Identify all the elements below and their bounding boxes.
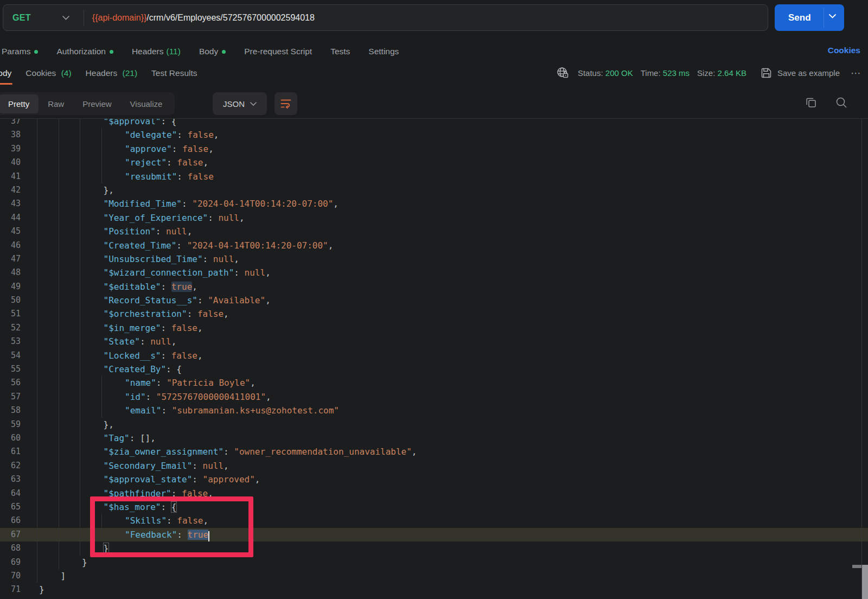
tab-settings[interactable]: Settings [368,47,399,56]
indent-guide [59,418,59,431]
response-body-viewer[interactable]: 37"$approval": {38"delegate": false,39"a… [0,118,868,599]
size-value[interactable]: 2.64 KB [718,68,746,78]
indent-guide [80,362,80,376]
indent-guide [37,514,37,527]
scrollbar-match-marker [852,565,861,568]
modified-dot [34,50,38,54]
language-dropdown[interactable]: JSON [213,92,267,115]
indent-guide [80,390,80,404]
code-line: 48"$wizard_connection_path": null, [0,266,868,279]
indent-guide [37,225,37,238]
time-value[interactable]: 523 ms [663,68,690,78]
indent-guide [59,225,59,238]
tab-body[interactable]: Body [199,47,226,56]
indent-guide [37,197,37,211]
indent-guide [80,239,80,252]
code-line: 56"name": "Patricia Boyle", [0,376,868,390]
view-tab-pretty[interactable]: Pretty [0,94,39,113]
response-tab-cookies[interactable]: Cookies (4) [25,68,71,85]
code-text: "id": "5725767000000411001", [125,390,271,404]
indent-guide [37,335,37,348]
code-line: 64"$pathfinder": false, [0,487,868,500]
line-number: 48 [0,266,21,279]
tab-prerequest-script[interactable]: Pre-request Script [244,47,312,56]
indent-guide [59,294,59,307]
indent-guide [59,459,59,473]
line-number: 71 [0,583,21,596]
search-response-button[interactable] [835,97,847,109]
indent-guide [101,376,102,390]
indent-guide [101,514,102,527]
indent-guide [80,252,80,266]
line-number: 47 [0,252,21,266]
line-number: 66 [0,514,21,527]
code-line: 49"$editable": true, [0,280,868,294]
send-button[interactable]: Send [775,4,844,31]
line-number: 70 [0,569,21,583]
send-options-chevron-icon[interactable] [829,14,836,18]
indent-guide [80,376,80,390]
cookies-link[interactable]: Cookies [828,46,860,55]
method-chevron-down-icon[interactable] [62,16,69,20]
line-number: 44 [0,211,21,225]
network-globe-icon[interactable] [556,66,569,79]
code-text: "Locked__s": false, [104,349,203,362]
tab-tests[interactable]: Tests [330,47,350,56]
view-tab-raw[interactable]: Raw [39,94,73,113]
indent-guide [37,541,37,555]
indent-guide [80,445,80,458]
indent-guide [59,349,59,362]
url-path: /crm/v6/Employees/5725767000002594018 [146,13,315,22]
response-tab-test-results[interactable]: Test Results [151,68,197,85]
indent-guide [80,431,80,445]
code-line: 37"$approval": { [0,118,868,128]
response-tab-headers[interactable]: Headers (21) [86,68,137,85]
indent-guide [37,252,37,266]
tab-headers[interactable]: Headers(11) [132,47,181,56]
code-line: 53"State": null, [0,335,868,348]
copy-response-button[interactable] [805,97,817,109]
indent-guide [80,473,80,486]
indent-guide [59,156,59,169]
url-input[interactable]: {{api-domain}}/crm/v6/Employees/57257670… [92,13,315,23]
view-tab-visualize[interactable]: Visualize [121,94,172,113]
line-number: 59 [0,418,21,431]
scrollbar-thumb[interactable] [862,565,868,599]
indent-guide [59,280,59,294]
indent-guide [80,266,80,279]
indent-guide [59,514,59,527]
wrap-text-icon [280,99,291,109]
response-tab-body[interactable]: Body [0,68,11,85]
indent-guide [80,197,80,211]
line-number: 68 [0,541,21,555]
line-number: 62 [0,459,21,473]
indent-guide [59,197,59,211]
code-line: 70] [0,569,868,583]
indent-guide [37,266,37,279]
tab-authorization[interactable]: Authorization [56,47,113,56]
wrap-text-button[interactable] [275,92,297,115]
indent-guide [37,142,37,156]
line-number: 41 [0,170,21,183]
tab-params[interactable]: Params [2,47,38,56]
status-value[interactable]: 200 OK [605,68,633,78]
code-line: 43"Modified_Time": "2024-04-14T00:14:20-… [0,197,868,211]
code-text: "email": "subramanian.ks+us@zohotest.com… [125,404,339,417]
indent-guide [37,321,37,335]
method-selector[interactable]: GET [3,13,31,23]
code-line: 60"Tag": [], [0,431,868,445]
line-number: 58 [0,404,21,417]
more-options-icon[interactable]: ⋯ [851,67,861,79]
indent-guide [80,487,80,500]
code-line: 69} [0,556,868,569]
code-line: 58"email": "subramanian.ks+us@zohotest.c… [0,404,868,417]
divider [84,10,84,26]
indent-guide [37,239,37,252]
code-text: "$editable": true, [104,280,197,294]
json-code: 37"$approval": {38"delegate": false,39"a… [0,118,868,597]
save-as-example-button[interactable]: Save as example [777,68,840,78]
view-tab-preview[interactable]: Preview [73,94,120,113]
indent-guide [80,349,80,362]
indent-guide [80,211,80,225]
indent-guide [59,445,59,458]
